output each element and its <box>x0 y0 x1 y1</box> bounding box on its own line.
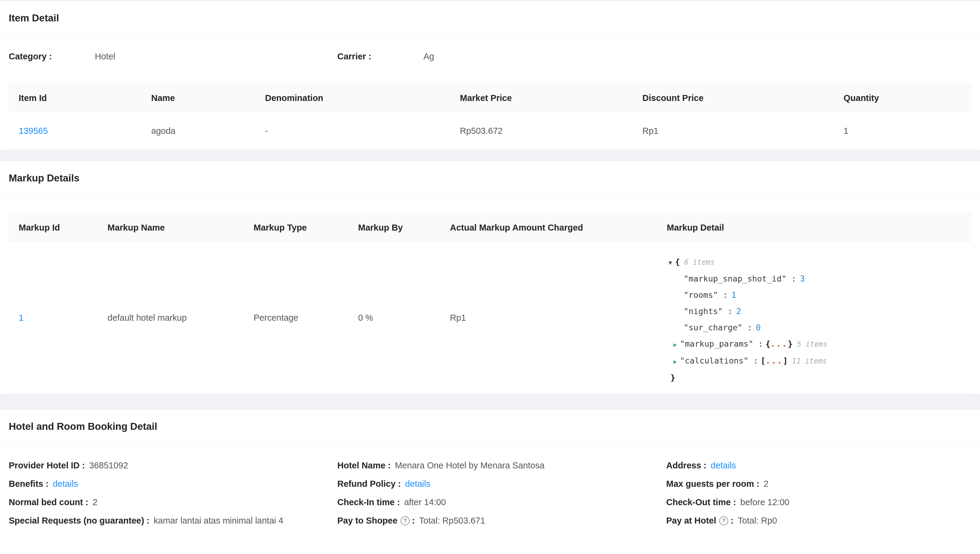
col-markup-type: Markup Type <box>243 214 348 242</box>
hotel-booking-section: Hotel and Room Booking Detail Provider H… <box>0 410 980 530</box>
field-provider-hotel-id: Provider Hotel ID : 36851092 <box>9 457 337 475</box>
section-title: Markup Details <box>9 171 971 185</box>
collapsed-triangle-icon[interactable]: ▶ <box>673 336 677 353</box>
json-item-count: 5 items <box>797 340 827 348</box>
json-open-brace: { <box>765 339 770 348</box>
category-field: Category :Hotel <box>9 51 337 61</box>
json-key: "sur_charge" : <box>684 323 752 332</box>
field-value: Total: Rp0 <box>738 516 777 526</box>
json-item-count: 11 items <box>792 357 827 365</box>
field-label: Refund Policy : <box>337 479 401 489</box>
field-label: Normal bed count : <box>9 497 88 507</box>
field-hotel-name: Hotel Name : Menara One Hotel by Menara … <box>337 457 666 475</box>
col-actual-markup-amount: Actual Markup Amount Charged <box>440 214 657 242</box>
json-collapsed-line: ▶"calculations" :[...]11 items <box>667 353 966 370</box>
carrier-value: Ag <box>423 51 434 61</box>
json-ellipsis[interactable]: ... <box>765 356 783 365</box>
json-field-line: "nights" :2 <box>667 303 966 319</box>
field-label: Hotel Name : <box>337 461 391 471</box>
col-discount-price: Discount Price <box>632 84 834 112</box>
markup-id-link[interactable]: 1 <box>19 313 24 323</box>
carrier-field: Carrier :Ag <box>337 51 434 61</box>
collapsed-triangle-icon[interactable]: ▶ <box>673 353 677 370</box>
section-title: Item Detail <box>9 11 971 25</box>
json-key: "markup_params" : <box>680 339 763 348</box>
field-value: Total: Rp503.671 <box>419 516 485 526</box>
field-value: Menara One Hotel by Menara Santosa <box>395 461 544 471</box>
field-refund-policy: Refund Policy : details <box>337 475 666 493</box>
expanded-triangle-icon[interactable]: ▼ <box>668 254 672 271</box>
item-detail-section: Item Detail Category :Hotel Carrier :Ag … <box>0 1 980 150</box>
json-number-value: 2 <box>737 307 741 316</box>
json-collapsed-line: ▶"markup_params" :{...}5 items <box>667 336 966 353</box>
item-table-header-row: Item Id Name Denomination Market Price D… <box>9 84 971 112</box>
col-quantity: Quantity <box>834 84 971 112</box>
item-quantity-cell: 1 <box>834 112 971 150</box>
json-key: "rooms" : <box>684 290 728 300</box>
markup-id-cell: 1 <box>9 242 97 394</box>
field-value: 36851092 <box>89 461 128 471</box>
order-detail-page: Item Detail Category :Hotel Carrier :Ag … <box>0 0 980 530</box>
markup-detail-cell: ▼{6 items "markup_snap_shot_id" :3 "room… <box>657 242 971 394</box>
section-divider <box>0 394 980 410</box>
item-detail-fields: Category :Hotel Carrier :Ag <box>0 34 980 61</box>
hotel-booking-fields: Provider Hotel ID : 36851092 Hotel Name … <box>0 442 980 530</box>
json-field-line: "rooms" :1 <box>667 287 966 303</box>
field-normal-bed-count: Normal bed count : 2 <box>9 493 337 511</box>
question-circle-icon[interactable]: ? <box>719 516 728 525</box>
field-value: before 12:00 <box>740 497 789 507</box>
section-divider <box>0 150 980 161</box>
markup-table-header-row: Markup Id Markup Name Markup Type Markup… <box>9 214 971 242</box>
col-item-id: Item Id <box>9 84 141 112</box>
col-markup-detail: Markup Detail <box>657 214 971 242</box>
json-key: "nights" : <box>684 307 733 316</box>
col-markup-by: Markup By <box>348 214 440 242</box>
hotel-booking-header: Hotel and Room Booking Detail <box>0 410 980 442</box>
markup-type-cell: Percentage <box>243 242 348 394</box>
field-label: Pay to Shopee ? : <box>337 516 415 526</box>
field-value: 2 <box>92 497 97 507</box>
item-market-price-cell: Rp503.672 <box>450 112 632 150</box>
col-market-price: Market Price <box>450 84 632 112</box>
field-label: Pay at Hotel ? : <box>666 516 733 526</box>
label-colon: : <box>731 516 733 526</box>
field-label: Benefits : <box>9 479 48 489</box>
json-close-bracket: ] <box>783 356 788 365</box>
json-item-count: 6 items <box>684 258 715 267</box>
item-detail-header: Item Detail <box>0 1 980 34</box>
benefits-details-link[interactable]: details <box>53 479 78 489</box>
json-close-line: } <box>667 370 966 386</box>
col-markup-name: Markup Name <box>97 214 243 242</box>
json-key: "markup_snap_shot_id" : <box>684 274 796 283</box>
item-discount-price-cell: Rp1 <box>632 112 834 150</box>
json-open-bracket: [ <box>761 356 765 365</box>
field-label: Special Requests (no guarantee) : <box>9 516 150 526</box>
json-number-value: 1 <box>731 290 736 300</box>
field-max-guests: Max guests per room : 2 <box>666 475 971 493</box>
section-title: Hotel and Room Booking Detail <box>9 420 971 433</box>
markup-actual-amount-cell: Rp1 <box>440 242 657 394</box>
json-ellipsis[interactable]: ... <box>770 339 788 348</box>
field-check-out-time: Check-Out time : before 12:00 <box>666 493 971 511</box>
item-id-cell: 139565 <box>9 112 141 150</box>
field-label: Address : <box>666 461 706 471</box>
address-details-link[interactable]: details <box>711 461 736 471</box>
field-value: kamar lantai atas minimal lantai 4 <box>154 516 283 526</box>
field-label-text: Pay to Shopee <box>337 516 398 526</box>
json-field-line: "markup_snap_shot_id" :3 <box>667 271 966 287</box>
item-id-link[interactable]: 139565 <box>19 126 48 136</box>
carrier-label: Carrier : <box>337 51 423 61</box>
col-markup-id: Markup Id <box>9 214 97 242</box>
field-label: Check-Out time : <box>666 497 736 507</box>
refund-policy-details-link[interactable]: details <box>405 479 430 489</box>
markup-details-section: Markup Details Markup Id Markup Name Mar… <box>0 161 980 394</box>
json-number-value: 0 <box>756 323 761 332</box>
field-label: Provider Hotel ID : <box>9 461 85 471</box>
json-root-line: ▼{6 items <box>667 254 966 271</box>
col-denomination: Denomination <box>255 84 450 112</box>
field-special-requests: Special Requests (no guarantee) : kamar … <box>9 511 337 530</box>
json-field-line: "sur_charge" :0 <box>667 319 966 336</box>
json-key: "calculations" : <box>680 356 758 365</box>
col-name: Name <box>141 84 255 112</box>
question-circle-icon[interactable]: ? <box>401 516 410 525</box>
